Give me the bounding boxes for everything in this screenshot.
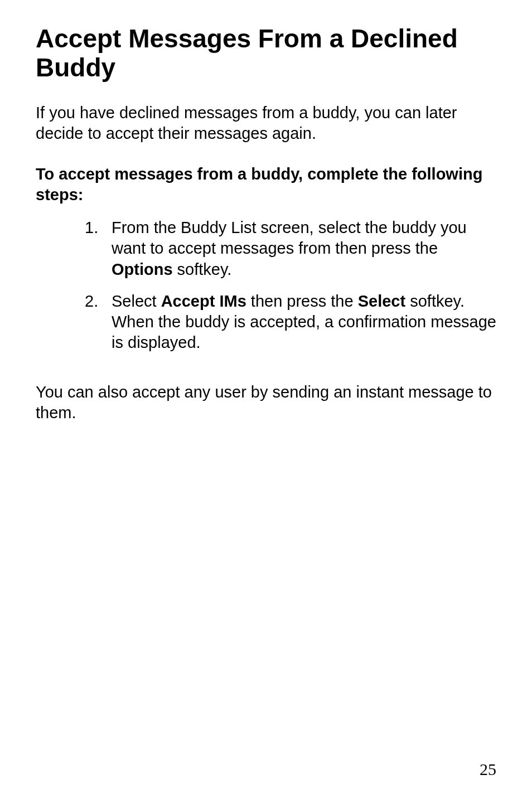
step-bold: Options xyxy=(112,260,173,278)
step-item: From the Buddy List screen, select the b… xyxy=(85,217,496,279)
page-number: 25 xyxy=(480,760,496,779)
steps-list: From the Buddy List screen, select the b… xyxy=(36,217,496,364)
step-item: Select Accept IMs then press the Select … xyxy=(85,291,496,353)
step-text: softkey. xyxy=(173,260,232,278)
step-text: then press the xyxy=(246,292,358,310)
outro-paragraph: You can also accept any user by sending … xyxy=(36,382,496,423)
steps-heading: To accept messages from a buddy, complet… xyxy=(36,164,496,205)
page-title: Accept Messages From a Declined Buddy xyxy=(36,25,496,83)
step-text: Select xyxy=(112,292,161,310)
step-text: From the Buddy List screen, select the b… xyxy=(112,219,467,257)
document-page: Accept Messages From a Declined Buddy If… xyxy=(0,0,532,799)
step-bold: Accept IMs xyxy=(161,292,246,310)
step-bold: Select xyxy=(358,292,405,310)
intro-paragraph: If you have declined messages from a bud… xyxy=(36,103,496,144)
